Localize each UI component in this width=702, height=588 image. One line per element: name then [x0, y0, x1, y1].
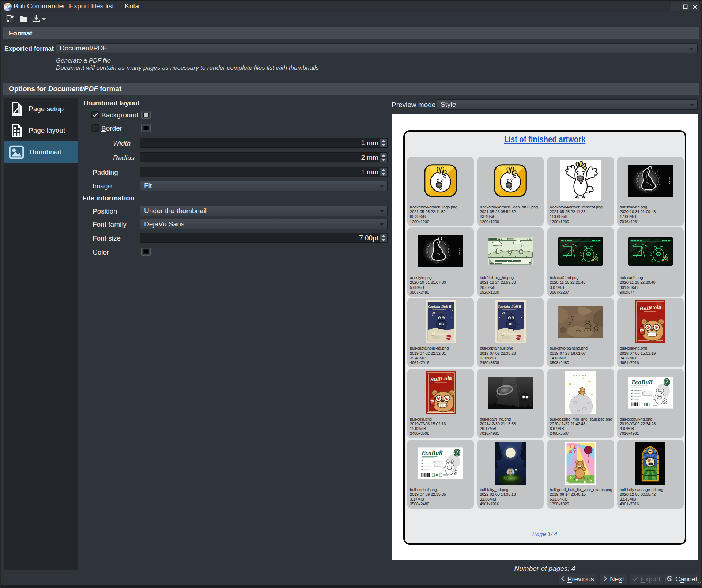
pdf-page-preview: List of finished artwork Kockatoo-karmen…	[403, 130, 686, 545]
file-card: buli-cad2.png2020-11-15 22:20:40401.98Ki…	[617, 227, 684, 297]
background-color-swatch	[143, 113, 149, 117]
font-family-combobox[interactable]: DejaVu Sans	[140, 219, 388, 229]
file-thumbnail	[477, 158, 544, 203]
font-size-spinbox[interactable]: 7.00pt	[140, 233, 388, 243]
border-color-button[interactable]	[141, 124, 151, 132]
combo-arrow-icon	[380, 223, 384, 226]
chevron-left-icon	[561, 575, 565, 583]
window-title: Buli Commander::Export files list — Krit…	[14, 2, 139, 10]
maximize-button[interactable]	[681, 2, 690, 11]
new-document-button[interactable]	[4, 14, 15, 25]
thumbnail-layout-header: Thumbnail layout	[82, 99, 140, 107]
file-dims: 2480x3508	[480, 361, 543, 365]
file-thumbnail	[617, 441, 684, 486]
minimize-button[interactable]	[671, 2, 680, 11]
file-thumbnail: BuliCola	[407, 370, 474, 415]
spin-up-button[interactable]	[380, 168, 387, 172]
krita-app-icon	[3, 3, 12, 11]
file-name: buli-1bit-big_hd.png	[480, 275, 543, 280]
border-radius-spinbox[interactable]: 2 mm	[140, 152, 388, 162]
background-checkbox[interactable]	[91, 111, 99, 118]
file-size: 110.65KiB	[550, 214, 614, 219]
font-size-value: 7.00pt	[359, 233, 378, 242]
file-thumbnail: BuliCola	[617, 299, 684, 344]
options-header-label: Options for Document/PDF format	[9, 85, 121, 93]
file-card: buli-holy-sausage-hd.png2020-12-08 00:05…	[617, 440, 684, 509]
thumbnail-options-panel: Thumbnail layout Background Border Width…	[78, 98, 392, 570]
preview-mode-value: Style	[441, 101, 456, 108]
open-folder-button[interactable]	[18, 14, 29, 25]
file-dims: 7016x4961	[620, 431, 683, 436]
file-information-header: File information	[82, 194, 135, 202]
file-dims: 1200x1200	[480, 219, 543, 224]
toolbar	[0, 12, 702, 27]
file-date: 2019-07-02 22:33:26	[480, 351, 543, 356]
sidebar-item-thumbnail[interactable]: Thumbnail	[4, 141, 78, 163]
file-name: buli-holy-sausage-hd.png	[620, 487, 683, 492]
folder-icon	[19, 14, 28, 25]
sidebar-item-label: Page setup	[29, 105, 64, 113]
border-width-spinbox[interactable]: 1 mm	[140, 138, 388, 148]
file-card: Kockatoo-karmen_logo_alt01.png2021-05-26…	[477, 157, 544, 226]
border-width-value: 1 mm	[361, 138, 379, 147]
file-card: Captain BuliWe want you!100%buli-captain…	[407, 298, 474, 367]
file-thumbnail	[547, 158, 614, 203]
border-radius-value: 2 mm	[361, 153, 379, 162]
spin-down-button[interactable]	[380, 238, 387, 242]
file-name: buli-dessine_moi_une_saucisse.png	[550, 417, 614, 422]
spin-down-button[interactable]	[380, 172, 387, 176]
cancel-button[interactable]: Cancel	[665, 574, 698, 584]
file-name: buli-cola-hd.png	[620, 346, 683, 351]
font-family-value: DejaVu Sans	[144, 220, 184, 228]
file-date: 2020-12-08 00:05:42	[620, 492, 683, 497]
file-dims: 3508x2480	[410, 502, 473, 506]
image-combobox[interactable]: Fit	[140, 181, 388, 191]
export-button[interactable]: Export	[630, 574, 663, 584]
spin-up-button[interactable]	[380, 234, 387, 238]
file-date: 2021-05-26 08:54:52	[480, 210, 543, 214]
spin-down-button[interactable]	[380, 158, 387, 162]
spin-up-button[interactable]	[380, 153, 387, 157]
close-button[interactable]	[690, 2, 699, 11]
file-date: 2019-07-06 15:01:19	[620, 351, 683, 356]
file-date: 2020-10-31 21:07:00	[410, 280, 473, 285]
file-card: EcoBulibuli-ecobuli.png2019-07-09 22:35:…	[407, 440, 474, 509]
file-card: buli-good_luck_for_your_exams.png2019-06…	[547, 440, 614, 509]
file-thumbnail: EcoBuli	[617, 370, 684, 415]
file-dims: 4961x7016	[620, 502, 683, 506]
file-size: 401.98KiB	[620, 285, 683, 290]
resize-grip[interactable]	[696, 580, 701, 585]
save-export-dropdown[interactable]	[39, 14, 48, 25]
pdf-page-number: Page 1/ 4	[405, 531, 685, 538]
file-name: Kockatoo-karmen_logo.png	[410, 205, 473, 210]
border-checkbox[interactable]	[91, 124, 99, 132]
spin-up-button[interactable]	[380, 139, 387, 143]
file-name: buli-cave-painting.png	[550, 346, 614, 351]
file-dims: 1358x1920	[550, 502, 614, 506]
file-dims: 2480x3507	[550, 431, 614, 436]
sidebar-item-page-setup[interactable]: Page setup	[4, 98, 78, 120]
next-button[interactable]: Next	[600, 574, 627, 584]
position-label: Position	[93, 207, 117, 215]
file-card: buli-cad2-hd.png2020-11-15 22:20:403.07M…	[547, 227, 614, 297]
file-meta: Kockatoo-karmen_logo.png2021-05-25 22:11…	[410, 205, 473, 224]
file-name: buli-captainbuli-hd.png	[410, 346, 473, 351]
file-date: 2019-07-27 16:01:07	[550, 351, 614, 356]
exported-format-combobox[interactable]: Document/PDF	[56, 43, 698, 53]
file-meta: buli-1bit-big_hd.png2021-12-24 23:59:332…	[480, 275, 543, 295]
file-size: 32.86MiB	[480, 497, 543, 502]
file-thumbnail	[547, 441, 614, 486]
sidebar-item-page-layout[interactable]: Page layout	[4, 120, 78, 141]
padding-spinbox[interactable]: 1 mm	[140, 167, 388, 177]
file-card: EcoBulibuli-ecobuli-hd.png2019-07-09 22:…	[617, 369, 684, 438]
preview-mode-combobox[interactable]: Style	[437, 99, 698, 110]
spin-down-button[interactable]	[380, 143, 387, 147]
file-thumbnail	[407, 158, 474, 203]
position-combobox[interactable]: Under the thumbnail	[140, 206, 388, 216]
background-color-button[interactable]	[141, 111, 151, 119]
font-color-button[interactable]	[141, 248, 151, 256]
file-thumbnail	[407, 229, 474, 274]
file-size: 11.09MiB	[480, 356, 543, 361]
previous-button[interactable]: Previous	[559, 574, 596, 584]
file-meta: buli-cola-hd.png2019-07-06 15:01:1934.12…	[620, 346, 683, 365]
